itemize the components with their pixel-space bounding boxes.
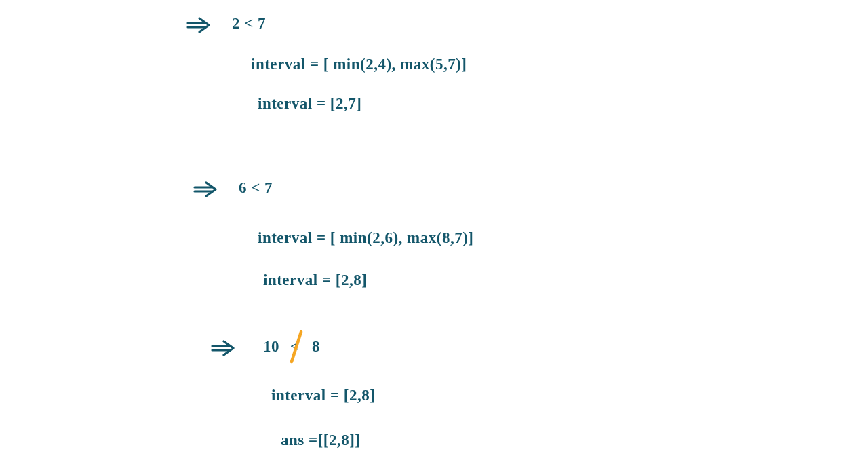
step3-result: interval = [2,8] (271, 387, 375, 404)
step2-computation: interval = [ min(2,6), max(8,7)] (258, 229, 473, 247)
step1-condition: 2 < 7 (232, 15, 266, 33)
step1-result: interval = [2,7] (258, 95, 361, 113)
arrow-icon (186, 16, 213, 37)
step1-computation: interval = [ min(2,4), max(5,7)] (251, 56, 467, 73)
arrow-icon (193, 180, 220, 201)
handwriting-canvas: 2 < 7 interval = [ min(2,4), max(5,7)] i… (0, 0, 868, 475)
step3-answer: ans =[[2,8]] (281, 432, 361, 449)
step3-condition-left: 10 (263, 338, 279, 356)
step2-result: interval = [2,8] (263, 271, 367, 289)
arrow-icon (210, 339, 237, 360)
step3-condition-right: 8 (312, 338, 320, 356)
step3-condition-op: < (290, 338, 300, 356)
step2-condition: 6 < 7 (239, 179, 273, 197)
